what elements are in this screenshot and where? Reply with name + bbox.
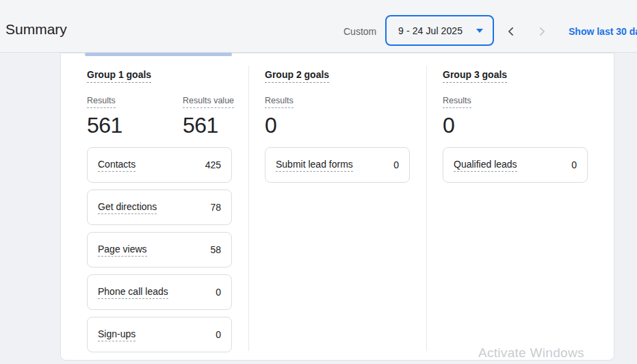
next-period-button[interactable] xyxy=(536,25,549,38)
goal-item: Sign-ups 0 xyxy=(87,317,232,352)
metrics-row: Results 0 xyxy=(443,94,588,138)
goal-item-value: 0 xyxy=(393,159,399,170)
goal-item-value: 58 xyxy=(210,244,221,255)
goal-items: Qualified leads 0 xyxy=(443,147,588,183)
page-title: Summary xyxy=(5,21,67,38)
goal-item-label[interactable]: Page views xyxy=(98,244,147,257)
metric-results: Results 0 xyxy=(443,94,538,138)
group-title[interactable]: Group 1 goals xyxy=(87,69,151,83)
goal-item-value: 0 xyxy=(216,329,221,340)
goal-item: Phone call leads 0 xyxy=(87,274,232,310)
date-range-value: 9 - 24 Jul 2025 xyxy=(398,25,463,36)
metric-label[interactable]: Results value xyxy=(183,96,234,108)
goal-group-2: Group 2 goals Results 0 Submit lead form… xyxy=(265,68,410,190)
group-title[interactable]: Group 2 goals xyxy=(265,69,329,83)
goal-item-label[interactable]: Get directions xyxy=(98,201,157,214)
horizontal-scroll-thumb[interactable] xyxy=(85,53,232,56)
metric-results: Results 561 xyxy=(87,94,183,138)
goal-item-label[interactable]: Contacts xyxy=(98,159,135,172)
metric-label[interactable]: Results xyxy=(265,96,294,108)
metrics-row: Results 0 xyxy=(265,94,410,138)
goal-item-value: 78 xyxy=(210,202,221,213)
goal-item: Get directions 78 xyxy=(87,190,232,225)
goal-item-value: 425 xyxy=(205,159,221,170)
column-divider xyxy=(426,66,427,351)
metric-value: 561 xyxy=(183,113,278,138)
goal-item-label[interactable]: Sign-ups xyxy=(98,328,135,341)
summary-card: Group 1 goals Results 561 Results value … xyxy=(60,53,614,361)
metric-results-value: Results value 561 xyxy=(183,94,278,138)
metric-label[interactable]: Results xyxy=(443,96,471,108)
date-range-type-label: Custom xyxy=(343,26,376,37)
group-title[interactable]: Group 3 goals xyxy=(443,69,507,83)
previous-period-button[interactable] xyxy=(505,25,519,38)
goal-group-3: Group 3 goals Results 0 Qualified leads … xyxy=(443,68,588,190)
goal-items: Submit lead forms 0 xyxy=(265,147,410,183)
goal-item-label[interactable]: Qualified leads xyxy=(454,159,517,172)
summary-page: Summary Custom 9 - 24 Jul 2025 Show last… xyxy=(0,0,637,364)
metric-value: 561 xyxy=(87,113,183,138)
goal-item-value: 0 xyxy=(216,287,221,298)
goal-item-value: 0 xyxy=(571,159,577,170)
goal-item: Submit lead forms 0 xyxy=(265,147,410,183)
metric-value: 0 xyxy=(265,113,361,138)
date-range-picker[interactable]: 9 - 24 Jul 2025 xyxy=(385,15,494,46)
goal-item: Qualified leads 0 xyxy=(443,147,588,183)
metric-results: Results 0 xyxy=(265,94,361,138)
chevron-right-icon xyxy=(536,25,549,38)
chevron-left-icon xyxy=(505,25,519,38)
activate-windows-watermark: Activate Windows xyxy=(478,346,584,361)
caret-down-icon xyxy=(476,29,483,33)
goal-item-label[interactable]: Submit lead forms xyxy=(276,159,353,172)
goal-items: Contacts 425 Get directions 78 Page view… xyxy=(87,147,232,352)
goal-item: Contacts 425 xyxy=(87,147,232,183)
goal-item-label[interactable]: Phone call leads xyxy=(98,286,168,299)
metric-label[interactable]: Results xyxy=(87,96,116,108)
show-last-30-days-link[interactable]: Show last 30 da xyxy=(569,26,637,37)
metrics-row: Results 561 Results value 561 xyxy=(87,94,232,138)
goal-group-1: Group 1 goals Results 561 Results value … xyxy=(87,68,232,359)
header-bar: Summary Custom 9 - 24 Jul 2025 Show last… xyxy=(0,0,637,53)
goal-item: Page views 58 xyxy=(87,232,232,268)
metric-value: 0 xyxy=(443,113,538,138)
